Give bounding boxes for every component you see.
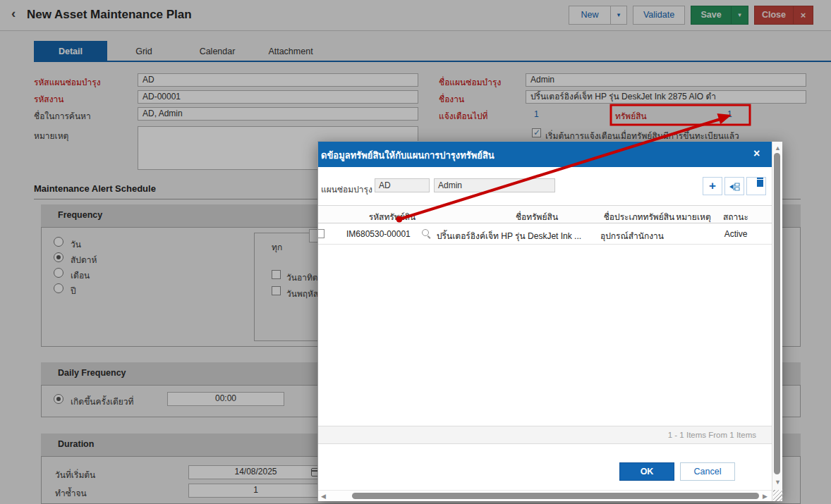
modal-header: ดข้อมูลทรัพย์สินให้กับแผนการปารุงทรัพย์ส… — [318, 142, 772, 167]
asset-table-header: รหัสทรัพย์สิน ชื่อทรัพย์สิน ชื่อประเภททร… — [318, 205, 772, 223]
asset-table-row[interactable]: IM680530-00001 ปริ้นเตอร์อิงค์เจ็ท HP รุ… — [318, 223, 772, 245]
notify-to-value-link[interactable]: 1 — [534, 109, 539, 119]
col-asset-name: ชื่อทรัพย์สิน — [459, 210, 614, 223]
tab-calendar[interactable]: Calendar — [181, 41, 254, 62]
page-title: New Asset Maintenance Plan — [27, 8, 192, 22]
hierarchy-icon — [729, 180, 741, 192]
notify-to-label: แจ้งเตือนไปที่ — [439, 109, 488, 123]
new-button[interactable]: New — [569, 6, 611, 25]
delete-row-button[interactable] — [746, 177, 766, 195]
occurs-once-label: เกิดขึ้นครั้งเดียวที่ — [71, 395, 133, 408]
frequency-month-radio[interactable] — [54, 268, 63, 278]
scroll-up-icon[interactable]: ▲ — [775, 145, 781, 152]
weekday-sunday-checkbox[interactable] — [272, 270, 281, 279]
plan-code-label: รหัสแผนซ่อมบำรุง — [34, 75, 101, 89]
start-date-field[interactable]: 14/08/2025 — [188, 465, 323, 479]
plus-icon: + — [709, 179, 716, 192]
frequency-day-radio[interactable] — [54, 237, 63, 247]
duration-title: Duration — [58, 439, 94, 449]
scroll-left-icon[interactable]: ◀ — [321, 493, 326, 500]
repeat-until-field[interactable]: 1 — [188, 484, 323, 498]
notes-label: หมายเหตุ — [34, 129, 68, 142]
row-asset-name: ปริ้นเตอร์อิงค์เจ็ท HP รุ่น DeskJet Ink … — [437, 229, 598, 242]
save-button[interactable]: Save — [691, 6, 732, 25]
vertical-scrollbar[interactable]: ▲ ▼ — [772, 142, 782, 501]
col-asset-code: รหัสทรัพย์สิน — [339, 210, 445, 223]
save-caret-icon[interactable]: ▾ — [731, 6, 748, 25]
modal-plan-code-field[interactable]: AD — [375, 178, 430, 192]
tab-detail[interactable]: Detail — [34, 41, 107, 62]
modal-close-icon[interactable]: × — [753, 147, 760, 160]
occurs-once-time-field[interactable]: 00:00 — [167, 392, 284, 406]
modal-plan-name-field[interactable]: Admin — [434, 178, 555, 192]
plan-code-field[interactable]: AD — [138, 73, 418, 87]
frequency-month-label: เดือน — [71, 269, 90, 282]
search-name-label: ชื่อในการค้นหา — [34, 109, 91, 123]
modal-title: ดข้อมูลทรัพย์สินให้กับแผนการปารุงทรัพย์ส… — [321, 148, 744, 163]
asset-count-link[interactable]: 1 — [727, 109, 732, 119]
frequency-day-label: วัน — [71, 238, 81, 251]
vertical-scrollbar-thumb[interactable] — [774, 153, 780, 474]
grid-footer-status: 1 - 1 Items From 1 Items — [318, 426, 772, 444]
schedule-section-title: Maintenance Alert Schedule — [34, 183, 156, 194]
frequency-week-radio[interactable] — [54, 252, 63, 262]
job-code-label: รหัสงาน — [34, 92, 63, 106]
close-x-icon[interactable]: × — [793, 6, 813, 25]
daily-frequency-title: Daily Frequency — [58, 368, 126, 378]
back-chevron-icon[interactable]: ‹ — [11, 6, 16, 21]
job-name-field[interactable]: ปริ้นเตอร์อิงค์เจ็ท HP รุ่น DeskJet Ink … — [526, 90, 806, 104]
frequency-year-label: ปี — [71, 284, 76, 297]
new-caret-icon[interactable]: ▾ — [610, 6, 627, 25]
close-button[interactable]: Close — [754, 6, 794, 25]
col-status: สถานะ — [711, 210, 760, 223]
cancel-button[interactable]: Cancel — [680, 462, 735, 481]
resize-handle[interactable] — [773, 490, 783, 501]
ok-button[interactable]: OK — [619, 462, 674, 481]
asset-assignment-modal: ดข้อมูลทรัพย์สินให้กับแผนการปารุงทรัพย์ส… — [317, 141, 782, 500]
row-checkbox[interactable] — [318, 229, 324, 238]
horizontal-scrollbar[interactable]: ◀ ▶ — [318, 490, 772, 501]
scroll-right-icon[interactable]: ▶ — [763, 493, 768, 500]
tabs-underline — [34, 61, 831, 62]
add-from-hierarchy-button[interactable] — [724, 177, 744, 195]
repeat-until-label: ทำซ้ำจน — [55, 486, 87, 500]
tab-attachment[interactable]: Attachment — [254, 41, 327, 62]
scroll-down-icon[interactable]: ▼ — [775, 479, 781, 486]
horizontal-scrollbar-thumb[interactable] — [352, 493, 759, 499]
top-bar: ‹ New Asset Maintenance Plan New ▾ Valid… — [0, 0, 831, 31]
tab-grid[interactable]: Grid — [107, 41, 181, 62]
search-name-field[interactable]: AD, Admin — [138, 107, 418, 121]
search-icon[interactable] — [421, 228, 432, 239]
frequency-title: Frequency — [58, 210, 102, 220]
validate-button[interactable]: Validate — [633, 6, 685, 25]
asset-label: ทรัพย์สิน — [615, 109, 647, 123]
frequency-week-label: สัปดาห์ — [71, 253, 97, 266]
every-label: ทุก — [272, 240, 282, 254]
frequency-year-radio[interactable] — [54, 283, 63, 293]
col-asset-type: ชื่อประเภททรัพย์สิน — [600, 210, 678, 223]
start-date-label: วันที่เริ่มต้น — [55, 468, 95, 481]
row-asset-code: IM680530-00001 — [346, 229, 411, 239]
add-row-button[interactable]: + — [703, 177, 722, 195]
start-notify-checkbox[interactable] — [532, 128, 541, 137]
job-code-field[interactable]: AD-00001 — [138, 90, 418, 104]
job-name-label: ชื่องาน — [439, 92, 464, 106]
plan-name-field[interactable]: Admin — [526, 73, 806, 87]
plan-name-label: ชื่อแผนซ่อมบำรุง — [439, 75, 501, 89]
modal-plan-label: แผนซ่อมปารุง — [321, 183, 372, 196]
occurs-once-radio[interactable] — [54, 394, 63, 404]
row-status: Active — [711, 229, 760, 239]
row-asset-type: อุปกรณ์สำนักงาน — [600, 229, 664, 242]
weekday-thursday-checkbox[interactable] — [272, 286, 281, 295]
